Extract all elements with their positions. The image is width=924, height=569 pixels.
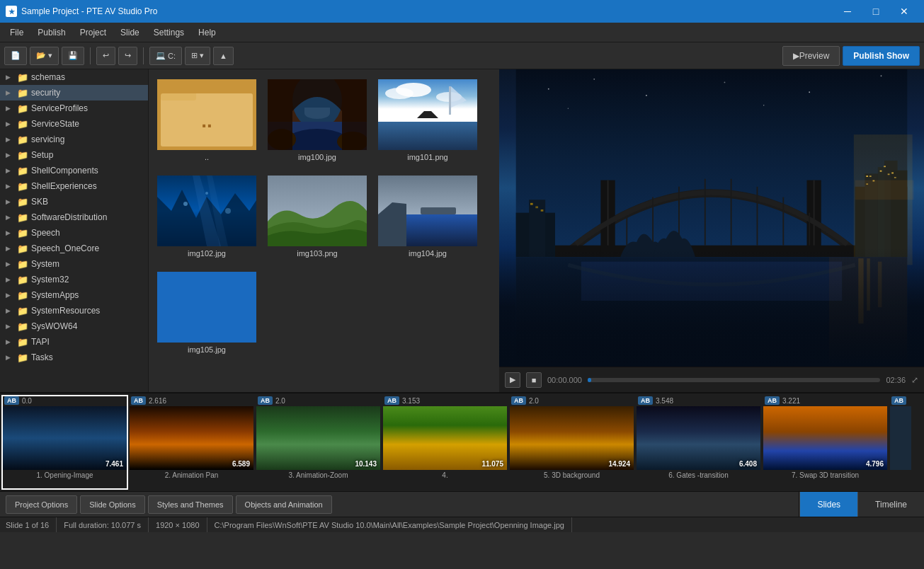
sidebar-label: SoftwareDistribution xyxy=(31,212,107,222)
main-area: ▶ 📁 schemas ▶ 📁 security ▶ 📁 ServiceProf… xyxy=(0,69,924,392)
drive-selector[interactable]: 💻 C: xyxy=(149,47,182,65)
slide-item-3[interactable]: AB 2.0 10.143 3. Animation-Zoom xyxy=(256,396,380,488)
sidebar-item-schemas[interactable]: ▶ 📁 schemas xyxy=(0,69,148,85)
svg-point-37 xyxy=(593,79,595,80)
slide-options-button[interactable]: Slide Options xyxy=(80,495,144,514)
img-thumb-svg xyxy=(378,79,477,150)
slide-item-7[interactable]: AB 3.221 4.796 7. Swap 3D transition xyxy=(763,396,887,488)
slide-header: AB 2.0 xyxy=(256,396,380,406)
sidebar-item-speech[interactable]: ▶ 📁 Speech xyxy=(0,225,148,241)
svg-rect-83 xyxy=(829,257,908,367)
window-controls: ─ □ ✕ xyxy=(833,0,918,23)
slide-duration: 6.589 xyxy=(232,460,250,468)
bottom-tab-left: Project Options Slide Options Styles and… xyxy=(0,492,799,517)
menu-file[interactable]: File xyxy=(3,25,30,40)
view-toggle[interactable]: ⊞ ▾ xyxy=(185,47,210,65)
up-button[interactable]: ▲ xyxy=(213,47,234,65)
svg-rect-76 xyxy=(894,177,896,178)
expand-button[interactable]: ⤢ xyxy=(911,375,918,385)
expand-icon: ▶ xyxy=(6,229,14,236)
slides-view-tab[interactable]: Slides xyxy=(799,492,857,517)
save-button[interactable]: 💾 xyxy=(62,47,84,65)
sidebar-label: SysWOW64 xyxy=(31,321,77,331)
save-icon: 💾 xyxy=(68,51,78,60)
menu-slide[interactable]: Slide xyxy=(113,25,147,40)
svg-text:..: .. xyxy=(201,110,212,132)
slide-duration: 10.143 xyxy=(355,460,377,468)
sidebar-item-servicestate[interactable]: ▶ 📁 ServiceState xyxy=(0,116,148,132)
new-button[interactable]: 📄 xyxy=(4,47,27,65)
menu-project[interactable]: Project xyxy=(73,25,113,40)
file-item-img101[interactable]: img101.png xyxy=(375,75,480,166)
slide-thumb: 11.075 xyxy=(383,406,507,470)
sidebar-item-shellcomponents[interactable]: ▶ 📁 ShellComponents xyxy=(0,163,148,178)
play-button[interactable]: ▶ xyxy=(505,372,520,388)
maximize-button[interactable]: □ xyxy=(862,0,890,23)
expand-icon: ▶ xyxy=(6,338,14,345)
menu-settings[interactable]: Settings xyxy=(147,25,191,40)
timeline-view-tab[interactable]: Timeline xyxy=(857,492,924,517)
expand-icon: ▶ xyxy=(6,136,14,143)
svg-rect-80 xyxy=(858,258,863,323)
menu-help[interactable]: Help xyxy=(191,25,223,40)
slide-item-4[interactable]: AB 3.153 11.075 4. xyxy=(383,396,507,488)
sidebar-item-systemapps[interactable]: ▶ 📁 SystemApps xyxy=(0,287,148,303)
slide-thumb: 4.796 xyxy=(763,406,887,470)
sidebar-item-setup[interactable]: ▶ 📁 Setup xyxy=(0,147,148,163)
sidebar-item-security[interactable]: ▶ 📁 security xyxy=(0,85,148,100)
sidebar-label: ShellExperiences xyxy=(31,181,97,191)
slide-item-8[interactable]: AB xyxy=(890,396,911,488)
slide-item-5[interactable]: AB 2.0 14.924 5. 3D background xyxy=(510,396,634,488)
slide-thumb: 14.924 xyxy=(510,406,634,470)
sidebar-item-tasks[interactable]: ▶ 📁 Tasks xyxy=(0,350,148,365)
objects-animation-button[interactable]: Objects and Animation xyxy=(236,495,332,514)
sidebar-label: SystemApps xyxy=(31,290,79,300)
title-bar: ★ Sample Project - PTE AV Studio Pro ─ □… xyxy=(0,0,924,23)
file-item-img100[interactable]: img100.jpg xyxy=(265,75,370,166)
styles-themes-button[interactable]: Styles and Themes xyxy=(148,495,233,514)
slide-item-1[interactable]: AB 0.0 7.461 1. Opening-Image xyxy=(3,396,127,488)
svg-point-28 xyxy=(225,208,231,214)
preview-button[interactable]: ▶ Preview xyxy=(782,46,840,66)
menu-publish[interactable]: Publish xyxy=(30,25,72,40)
file-item-img105[interactable]: img105.jpg xyxy=(154,268,259,358)
folder-thumb-svg: .. xyxy=(157,79,256,150)
file-item-img103[interactable]: img103.png xyxy=(265,171,370,262)
publish-show-button[interactable]: Publish Show xyxy=(843,46,920,66)
sidebar-item-skb[interactable]: ▶ 📁 SKB xyxy=(0,194,148,209)
slide-duration: 14.924 xyxy=(608,460,630,468)
sidebar-item-syswow64[interactable]: ▶ 📁 SysWOW64 xyxy=(0,318,148,334)
sidebar-item-systemresources[interactable]: ▶ 📁 SystemResources xyxy=(0,303,148,318)
slide-item-2[interactable]: AB 2.616 6.589 2. Animation Pan xyxy=(130,396,253,488)
sidebar-item-tapi[interactable]: ▶ 📁 TAPI xyxy=(0,334,148,350)
sidebar-item-serviceprofiles[interactable]: ▶ 📁 ServiceProfiles xyxy=(0,100,148,116)
project-options-button[interactable]: Project Options xyxy=(6,495,77,514)
sidebar-item-system[interactable]: ▶ 📁 System xyxy=(0,256,148,272)
slide-item-6[interactable]: AB 3.548 6.408 6. Gates -transition xyxy=(637,396,760,488)
slide-label: 4. xyxy=(383,470,507,481)
sidebar-item-system32[interactable]: ▶ 📁 System32 xyxy=(0,272,148,287)
stop-button[interactable]: ■ xyxy=(526,372,542,388)
svg-rect-34 xyxy=(157,272,256,343)
file-item-img102[interactable]: img102.jpg xyxy=(154,171,259,262)
folder-icon: 📁 xyxy=(17,306,28,316)
svg-point-17 xyxy=(396,83,431,97)
redo-button[interactable]: ↪ xyxy=(118,47,137,65)
sidebar-item-speech-onecore[interactable]: ▶ 📁 Speech_OneCore xyxy=(0,241,148,256)
undo-button[interactable]: ↩ xyxy=(96,47,115,65)
sidebar-item-softwaredistribution[interactable]: ▶ 📁 SoftwareDistribution xyxy=(0,209,148,225)
sidebar-item-shellexperiences[interactable]: ▶ 📁 ShellExperiences xyxy=(0,178,148,194)
timeline-scrubber[interactable] xyxy=(588,378,881,382)
toolbar: 📄 📂 ▾ 💾 ↩ ↪ 💻 C: ⊞ ▾ ▲ ▶ Preview Publish… xyxy=(0,42,924,69)
svg-point-36 xyxy=(548,88,549,90)
minimize-button[interactable]: ─ xyxy=(833,0,862,23)
sidebar-label: SKB xyxy=(31,197,48,207)
file-item-parent[interactable]: .. .. xyxy=(154,75,259,166)
close-button[interactable]: ✕ xyxy=(890,0,918,23)
svg-point-43 xyxy=(763,105,764,105)
open-button[interactable]: 📂 ▾ xyxy=(30,47,59,65)
sidebar-item-servicing[interactable]: ▶ 📁 servicing xyxy=(0,132,148,147)
expand-icon: ▶ xyxy=(6,276,14,283)
file-item-img104[interactable]: img104.jpg xyxy=(375,171,480,262)
img-thumb-svg xyxy=(378,176,477,246)
